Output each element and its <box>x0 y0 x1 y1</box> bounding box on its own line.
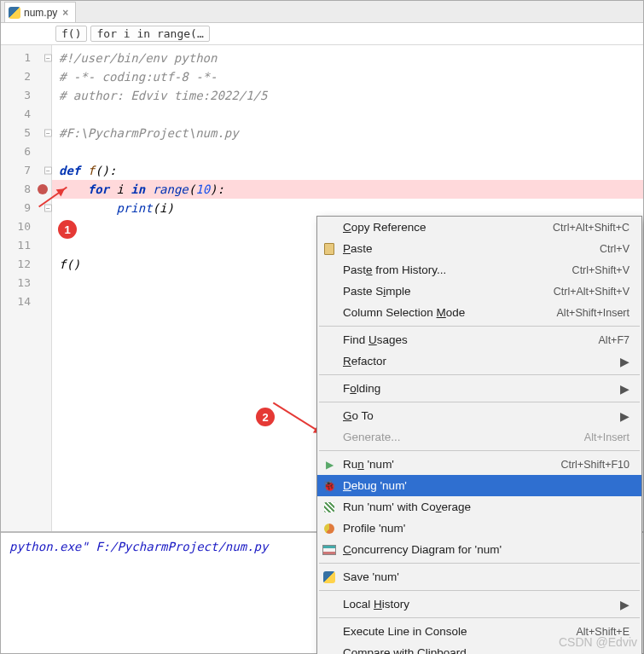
menu-generate[interactable]: Generate...Alt+Insert <box>317 426 641 448</box>
comment: #!/user/bin/env python <box>59 51 217 65</box>
run-icon: ▶ <box>322 458 336 472</box>
concurrency-icon <box>322 543 336 557</box>
paste-icon <box>322 242 336 256</box>
close-icon[interactable]: × <box>61 7 70 19</box>
line-number: 1− <box>1 49 51 67</box>
menu-separator <box>319 326 640 327</box>
menu-copy-reference[interactable]: Copy ReferenceCtrl+Alt+Shift+C <box>317 217 641 238</box>
line-number: 10 <box>1 217 51 236</box>
comment: #F:\PycharmProject\num.py <box>59 126 239 140</box>
line-number: 6 <box>1 142 51 161</box>
code-line: def f(): <box>59 161 643 180</box>
menu-separator <box>319 590 640 591</box>
menu-run[interactable]: ▶Run 'num'Ctrl+Shift+F10 <box>317 454 641 475</box>
line-number: 12 <box>1 255 51 274</box>
annotation-bubble-1: 1 <box>58 220 77 239</box>
python-file-icon <box>9 7 20 19</box>
fold-icon[interactable]: − <box>44 205 52 212</box>
watermark: CSDN @Edviv <box>559 635 637 649</box>
file-tab[interactable]: num.py × <box>4 2 76 22</box>
menu-save[interactable]: Save 'num' <box>317 566 641 587</box>
line-number: 14 <box>1 292 51 311</box>
line-number: 2 <box>1 67 51 86</box>
menu-separator <box>319 374 640 375</box>
menu-debug[interactable]: 🐞Debug 'num' <box>317 475 641 496</box>
console-line: python.exe" F:/PycharmProject/num.py <box>9 540 268 553</box>
python-icon <box>322 570 336 584</box>
gutter: 1− 2 3 4 5− 6 7− 8 9− 10 11 12 13 14 <box>1 45 52 531</box>
menu-folding[interactable]: Folding▶ <box>317 378 641 399</box>
fold-icon[interactable]: − <box>44 55 52 62</box>
fold-icon[interactable]: − <box>44 167 52 175</box>
tab-bar: num.py × <box>1 1 643 23</box>
context-menu: Copy ReferenceCtrl+Alt+Shift+C PasteCtrl… <box>316 216 642 654</box>
menu-goto[interactable]: Go To▶ <box>317 405 641 426</box>
menu-concurrency[interactable]: Concurrency Diagram for 'num' <box>317 539 641 560</box>
menu-separator <box>319 563 640 564</box>
menu-profile[interactable]: Profile 'num' <box>317 518 641 539</box>
profile-icon <box>322 522 336 535</box>
line-number: 4 <box>1 105 51 124</box>
menu-column-selection[interactable]: Column Selection ModeAlt+Shift+Insert <box>317 302 641 323</box>
menu-refactor[interactable]: Refactor▶ <box>317 350 641 372</box>
comment: # -*- coding:utf-8 -*- <box>59 70 217 84</box>
line-number: 5− <box>1 124 51 142</box>
breadcrumb-scope[interactable]: for i in range(… <box>90 26 209 42</box>
annotation-bubble-2: 2 <box>256 408 275 426</box>
menu-run-coverage[interactable]: Run 'num' with Coverage <box>317 496 641 518</box>
code-line: for i in range(10): <box>59 180 643 199</box>
breakpoint-icon[interactable] <box>38 184 48 194</box>
line-number: 7− <box>1 161 51 180</box>
menu-separator <box>319 402 640 402</box>
menu-local-history[interactable]: Local History▶ <box>317 593 641 615</box>
breadcrumb-scope[interactable]: f() <box>55 26 87 42</box>
tab-filename: num.py <box>24 7 57 19</box>
code-line: print(i) <box>59 199 643 217</box>
line-number: 13 <box>1 274 51 292</box>
comment: # author: Edviv time:2022/1/5 <box>59 89 267 102</box>
coverage-icon <box>322 501 336 514</box>
line-number: 11 <box>1 236 51 255</box>
line-number: 8 <box>1 180 51 199</box>
menu-paste[interactable]: PasteCtrl+V <box>317 238 641 259</box>
line-number: 3 <box>1 86 51 105</box>
menu-paste-simple[interactable]: Paste SimpleCtrl+Alt+Shift+V <box>317 281 641 302</box>
menu-separator <box>319 617 640 618</box>
fold-icon[interactable]: − <box>44 130 52 137</box>
breadcrumb-bar: f() for i in range(… <box>1 23 643 45</box>
debug-icon: 🐞 <box>322 479 336 493</box>
menu-find-usages[interactable]: Find UsagesAlt+F7 <box>317 329 641 350</box>
menu-separator <box>319 450 640 451</box>
menu-paste-history[interactable]: Paste from History...Ctrl+Shift+V <box>317 259 641 281</box>
